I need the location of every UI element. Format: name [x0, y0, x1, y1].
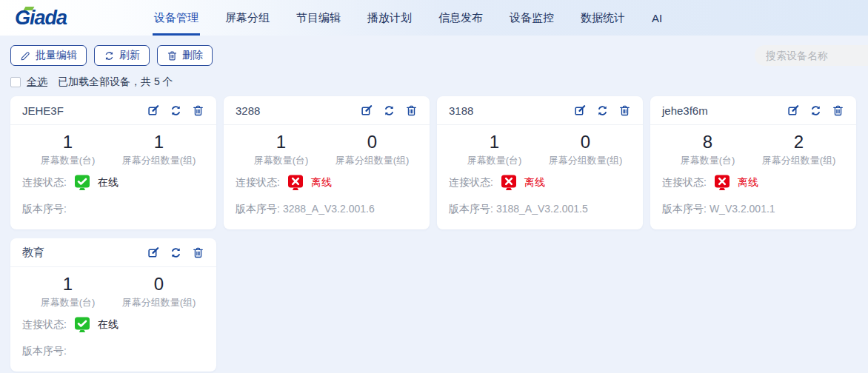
button-label: 刷新: [119, 49, 140, 62]
nav-tab-4[interactable]: 信息发布: [437, 0, 484, 36]
screen-count: 1: [22, 273, 113, 295]
refresh-icon[interactable]: [170, 104, 182, 117]
edit-icon[interactable]: [574, 104, 587, 117]
device-card-grid: JEHE3F 1 屏幕数量(台) 1: [0, 89, 868, 372]
select-all-label[interactable]: 全选: [27, 75, 47, 89]
device-card-body: 1 屏幕数量(台) 0 屏幕分组数量(组) 连接状态: 离线 版本序号:3288…: [224, 125, 430, 216]
connection-status-row: 连接状态: 在线: [22, 174, 204, 192]
screen-count-stat: 8 屏幕数量(台): [662, 131, 753, 167]
device-card-header: 3188: [437, 96, 643, 125]
screen-count: 1: [449, 131, 540, 153]
screen-count-stat: 1 屏幕数量(台): [22, 273, 113, 309]
connection-label: 连接状态:: [22, 318, 67, 332]
version-label: 版本序号:: [449, 203, 493, 215]
device-card-body: 8 屏幕数量(台) 2 屏幕分组数量(组) 连接状态: 离线 版本序号:W_V3…: [650, 125, 856, 216]
pencil-icon: [20, 50, 31, 61]
connection-status-row: 连接状态: 离线: [236, 174, 418, 192]
device-card-header: JEHE3F: [10, 96, 216, 125]
screen-count: 1: [22, 131, 113, 153]
delete-icon[interactable]: [832, 104, 844, 117]
edit-icon[interactable]: [361, 104, 373, 117]
screen-count-stat: 1 屏幕数量(台): [449, 131, 540, 167]
nav-tab-5[interactable]: 设备监控: [508, 0, 555, 36]
device-card-actions: [787, 104, 844, 117]
device-stats: 8 屏幕数量(台) 2 屏幕分组数量(组): [662, 131, 844, 167]
search-input[interactable]: [755, 45, 868, 66]
refresh-button[interactable]: 刷新: [94, 45, 150, 66]
group-count-stat: 0 屏幕分组数量(组): [113, 273, 204, 309]
connection-status-row: 连接状态: 离线: [449, 174, 631, 192]
nav-tab-6[interactable]: 数据统计: [579, 0, 627, 36]
device-card: jehe3f6m 8 屏幕数量(台) 2: [650, 96, 856, 229]
group-count: 0: [113, 273, 204, 295]
device-card: 3288 1 屏幕数量(台) 0: [224, 96, 430, 229]
device-card: 3188 1 屏幕数量(台) 0: [437, 96, 643, 229]
edit-icon[interactable]: [787, 104, 800, 117]
connection-status: 离线: [311, 176, 332, 189]
connection-status: 离线: [738, 176, 758, 189]
edit-icon[interactable]: [147, 246, 160, 259]
nav-tab-1[interactable]: 屏幕分组: [224, 0, 271, 36]
device-name: 教育: [22, 246, 44, 260]
version-row: 版本序号:3288_A_V3.2.001.6: [236, 203, 418, 216]
group-count-label: 屏幕分组数量(组): [327, 154, 418, 167]
delete-icon[interactable]: [192, 104, 204, 117]
refresh-icon[interactable]: [170, 246, 182, 259]
device-card: 教育 1 屏幕数量(台) 0: [10, 238, 216, 372]
group-count-label: 屏幕分组数量(组): [113, 296, 204, 309]
brand-logo: Giada: [0, 0, 153, 36]
device-name: jehe3f6m: [662, 104, 708, 117]
screen-count-label: 屏幕数量(台): [236, 154, 327, 167]
main-nav: 设备管理屏幕分组节目编辑播放计划信息发布设备监控数据统计AI: [153, 0, 664, 36]
monitor-status-icon: [73, 174, 91, 192]
delete-button[interactable]: 删除: [157, 45, 213, 66]
select-all-checkbox[interactable]: [10, 77, 21, 87]
top-header: Giada 设备管理屏幕分组节目编辑播放计划信息发布设备监控数据统计AI: [0, 0, 868, 36]
device-card-header: 3288: [224, 96, 430, 125]
device-card-header: 教育: [10, 238, 216, 267]
refresh-icon[interactable]: [596, 104, 609, 117]
connection-label: 连接状态:: [449, 176, 493, 189]
delete-icon[interactable]: [192, 246, 204, 259]
group-count-label: 屏幕分组数量(组): [113, 154, 204, 167]
group-count-stat: 0 屏幕分组数量(组): [540, 131, 631, 167]
screen-count-label: 屏幕数量(台): [22, 296, 113, 309]
version-row: 版本序号:W_V3.2.001.1: [662, 203, 844, 216]
connection-label: 连接状态:: [22, 176, 67, 189]
group-count: 2: [753, 131, 844, 153]
connection-label: 连接状态:: [236, 176, 280, 189]
device-card-body: 1 屏幕数量(台) 0 屏幕分组数量(组) 连接状态: 在线 版本序号:: [10, 267, 216, 358]
refresh-icon[interactable]: [809, 104, 822, 117]
screen-count-stat: 1 屏幕数量(台): [236, 131, 327, 167]
nav-tab-0[interactable]: 设备管理: [153, 0, 200, 36]
group-count: 1: [113, 131, 204, 153]
group-count-stat: 2 屏幕分组数量(组): [753, 131, 844, 167]
nav-tab-2[interactable]: 节目编辑: [295, 0, 342, 36]
device-stats: 1 屏幕数量(台) 0 屏幕分组数量(组): [22, 273, 204, 309]
version-label: 版本序号:: [236, 203, 280, 215]
connection-label: 连接状态:: [662, 176, 707, 189]
device-card-actions: [361, 104, 418, 117]
device-stats: 1 屏幕数量(台) 1 屏幕分组数量(组): [22, 131, 204, 167]
refresh-icon: [104, 50, 115, 61]
button-label: 批量编辑: [36, 49, 77, 62]
group-count-label: 屏幕分组数量(组): [753, 154, 844, 167]
monitor-status-icon: [287, 174, 304, 192]
connection-status: 在线: [98, 318, 118, 332]
nav-tab-3[interactable]: 播放计划: [366, 0, 413, 36]
edit-icon[interactable]: [147, 104, 160, 117]
version-label: 版本序号:: [662, 203, 707, 215]
device-card-actions: [147, 246, 204, 259]
monitor-status-icon: [73, 316, 91, 334]
screen-count-stat: 1 屏幕数量(台): [22, 131, 113, 167]
device-stats: 1 屏幕数量(台) 0 屏幕分组数量(组): [449, 131, 631, 167]
selection-bar: 全选 已加载全部设备，共 5 个: [0, 66, 868, 89]
refresh-icon[interactable]: [383, 104, 395, 117]
delete-icon[interactable]: [618, 104, 631, 117]
delete-icon[interactable]: [405, 104, 418, 117]
batch-edit-button[interactable]: 批量编辑: [10, 45, 87, 66]
version-value: 3288_A_V3.2.001.6: [283, 203, 375, 215]
screen-count-label: 屏幕数量(台): [449, 154, 540, 167]
nav-tab-7[interactable]: AI: [650, 0, 664, 36]
device-card-actions: [574, 104, 631, 117]
